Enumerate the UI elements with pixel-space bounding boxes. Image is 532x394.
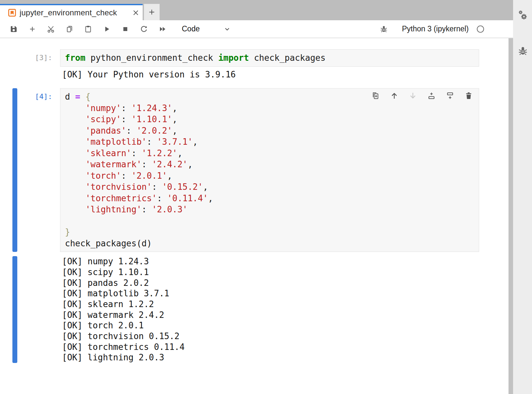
kernel-status-icon[interactable]: [476, 25, 485, 34]
chevron-down-icon: [223, 25, 231, 33]
code-line: 'torch': '2.0.1',: [65, 170, 479, 182]
cell-type-value: Code: [182, 25, 200, 33]
code-line: 'torchvision': '0.15.2',: [65, 181, 479, 193]
code-cell: [4]:d = { 'numpy': '1.24.3', 'scipy': '1…: [0, 88, 509, 363]
output-line: [OK] scipy 1.10.1: [62, 267, 509, 278]
tab-notebook[interactable]: jupyter_environment_check: [0, 4, 143, 20]
close-icon[interactable]: [132, 8, 140, 17]
code-line: 'watermark': '2.4.2',: [65, 159, 479, 170]
cell-type-dropdown[interactable]: Code: [182, 25, 231, 33]
save-icon[interactable]: [10, 25, 18, 33]
duplicate-cell-icon[interactable]: [371, 91, 380, 100]
output-line: [OK] numpy 1.24.3: [62, 256, 509, 267]
code-line: 'lightning': '2.0.3': [65, 204, 479, 215]
code-line: [65, 215, 479, 227]
paste-icon[interactable]: [84, 25, 92, 33]
code-line: 'sklearn': '1.2.2',: [65, 148, 479, 159]
tab-title: jupyter_environment_check: [20, 8, 132, 17]
run-icon[interactable]: [103, 25, 111, 33]
code-line: check_packages(d): [65, 238, 479, 249]
delete-cell-icon[interactable]: [464, 91, 473, 100]
output-line: [OK] torchmetrics 0.11.4: [62, 342, 509, 353]
move-up-cell-icon[interactable]: [390, 91, 399, 100]
cell-toolbar: [361, 91, 473, 100]
code-line: }: [65, 226, 479, 238]
code-line: 'numpy': '1.24.3',: [65, 103, 479, 114]
cell-collapser[interactable]: [12, 88, 17, 252]
output-line: [OK] torch 2.0.1: [62, 320, 509, 331]
code-cell: [3]:from python_environment_check import…: [0, 49, 509, 80]
output-line: [OK] matplotlib 3.7.1: [62, 288, 509, 299]
output-line: [OK] Your Python version is 3.9.16: [62, 69, 509, 80]
cell-output: [OK] Your Python version is 3.9.16: [62, 69, 509, 80]
stop-icon[interactable]: [121, 25, 129, 33]
toolbar-icon-group: [10, 25, 177, 33]
code-line: 'pandas': '2.0.2',: [65, 125, 479, 137]
insert-below-cell-icon[interactable]: [446, 91, 454, 100]
cell-list: [3]:from python_environment_check import…: [0, 38, 509, 363]
cell-editor[interactable]: d = { 'numpy': '1.24.3', 'scipy': '1.10.…: [60, 88, 479, 252]
insert-above-cell-icon[interactable]: [427, 91, 436, 100]
add-icon[interactable]: [28, 25, 36, 33]
output-line: [OK] lightning 2.0.3: [62, 352, 509, 363]
output-collapser[interactable]: [12, 256, 17, 363]
restart-icon[interactable]: [140, 25, 148, 33]
notebook-panel: jupyter_environment_check Code: [0, 0, 513, 394]
tab-bar: jupyter_environment_check: [0, 0, 513, 20]
cell-editor[interactable]: from python_environment_check import che…: [60, 49, 479, 67]
notebook-icon: [8, 8, 16, 17]
debugger-bug-icon[interactable]: [518, 46, 528, 56]
notebook-toolbar: Code Python 3 (ipykernel): [0, 20, 513, 38]
move-down-cell-icon[interactable]: [409, 91, 417, 100]
copy-icon[interactable]: [66, 25, 73, 33]
kernel-indicator: Python 3 (ipykernel): [380, 25, 485, 34]
execution-count: [3]:: [0, 49, 60, 67]
code-line: 'matplotlib': '3.7.1',: [65, 136, 479, 148]
output-line: [OK] watermark 2.4.2: [62, 310, 509, 320]
code-line: 'torchmetrics': '0.11.4',: [65, 193, 479, 204]
output-line: [OK] torchvision 0.15.2: [62, 331, 509, 342]
code-line: from python_environment_check import che…: [65, 52, 479, 64]
output-line: [OK] pandas 2.0.2: [62, 278, 509, 288]
scrollbar-gutter[interactable]: [509, 38, 513, 394]
run-all-icon[interactable]: [159, 25, 166, 33]
bug-icon[interactable]: [380, 25, 388, 33]
right-sidebar: [513, 0, 532, 394]
notebook-content: [3]:from python_environment_check import…: [0, 38, 513, 394]
cell-output: [OK] numpy 1.24.3[OK] scipy 1.10.1[OK] p…: [62, 256, 509, 363]
output-line: [OK] sklearn 1.2.2: [62, 299, 509, 310]
jupyterlab-window: jupyter_environment_check Code: [0, 0, 532, 394]
code-line: 'scipy': '1.10.1',: [65, 114, 479, 125]
new-tab-button[interactable]: [144, 4, 160, 20]
property-inspector-gears-icon[interactable]: [518, 10, 528, 20]
execution-count: [4]:: [0, 88, 60, 252]
cut-icon[interactable]: [47, 25, 55, 33]
kernel-name[interactable]: Python 3 (ipykernel): [402, 25, 469, 33]
